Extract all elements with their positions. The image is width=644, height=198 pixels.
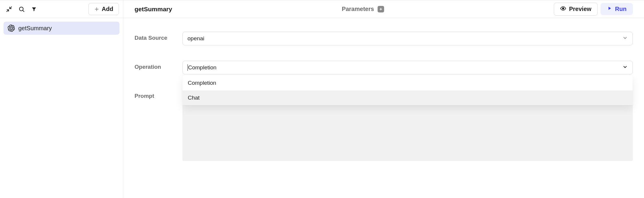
operation-label: Operation: [135, 61, 182, 74]
sidebar: Add getSummary: [0, 0, 123, 198]
operation-dropdown: Completion Chat: [182, 76, 633, 105]
add-button[interactable]: Add: [88, 3, 119, 15]
search-icon[interactable]: [17, 4, 27, 14]
sidebar-item-getsummary[interactable]: getSummary: [4, 22, 119, 35]
play-icon: [607, 6, 612, 12]
run-button-label: Run: [615, 6, 627, 12]
preview-button[interactable]: Preview: [554, 3, 598, 16]
add-button-label: Add: [102, 6, 113, 12]
parameters-label: Parameters: [342, 6, 374, 12]
sidebar-item-label: getSummary: [18, 25, 52, 32]
filter-icon[interactable]: [29, 4, 39, 14]
data-source-value: openai: [187, 35, 204, 42]
operation-option-chat[interactable]: Chat: [182, 90, 633, 105]
preview-button-label: Preview: [569, 6, 592, 12]
data-source-select[interactable]: openai: [182, 32, 633, 45]
svg-line-3: [23, 10, 24, 11]
page-title: getSummary: [135, 6, 172, 13]
data-source-label: Data Source: [135, 32, 182, 45]
sidebar-body: getSummary: [0, 18, 123, 38]
openai-icon: [8, 25, 15, 32]
collapse-icon[interactable]: [4, 4, 14, 14]
eye-icon: [560, 5, 566, 13]
sidebar-header: Add: [0, 0, 123, 18]
operation-value: Completion: [187, 64, 216, 71]
prompt-label: Prompt: [135, 90, 182, 161]
main-header: getSummary Parameters + Preview: [123, 0, 644, 18]
operation-select[interactable]: Completion: [182, 61, 633, 74]
operation-option-completion[interactable]: Completion: [182, 76, 633, 90]
main-panel: getSummary Parameters + Preview: [123, 0, 644, 198]
plus-icon: [94, 7, 99, 12]
add-parameter-button[interactable]: +: [378, 6, 384, 12]
svg-point-6: [562, 7, 564, 9]
chevron-down-icon: [622, 64, 628, 71]
form: Data Source openai Operation: [123, 18, 644, 190]
run-button[interactable]: Run: [601, 3, 633, 15]
parameters-section: Parameters +: [172, 6, 554, 12]
chevron-down-icon: [622, 35, 628, 42]
